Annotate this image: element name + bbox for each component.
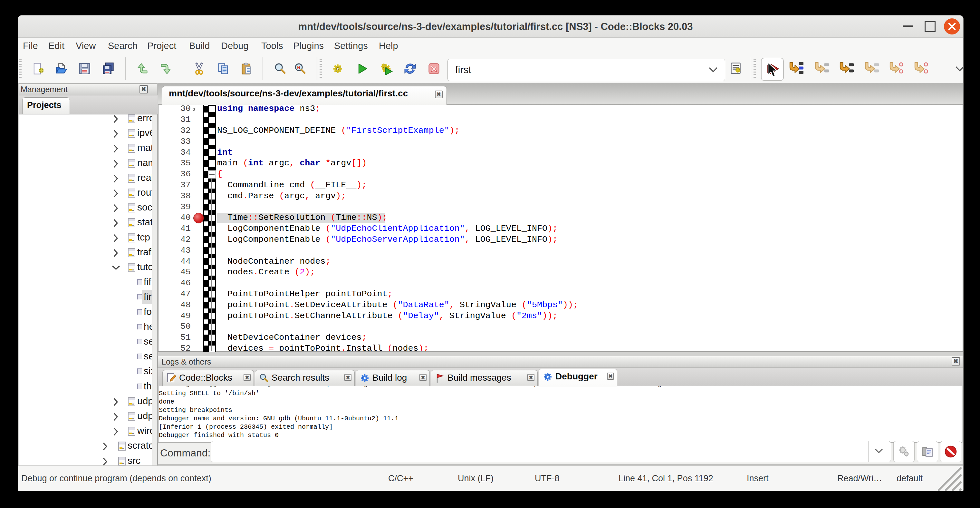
svg-text:R: R (297, 64, 301, 71)
